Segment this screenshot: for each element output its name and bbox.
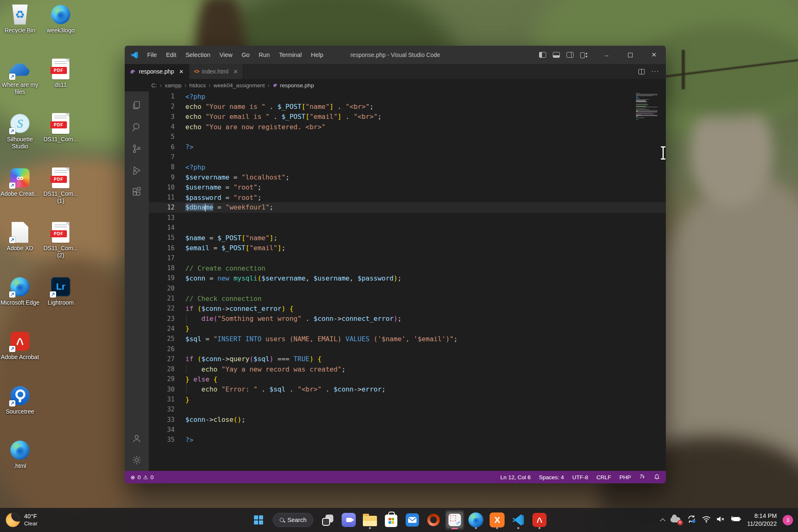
- desktop-icon-sourcetree[interactable]: Sourcetree: [0, 384, 40, 439]
- tab-close-icon[interactable]: ✕: [179, 69, 184, 75]
- code-line[interactable]: 34: [149, 425, 666, 435]
- code-line[interactable]: 15$name = $_POST["name"];: [149, 233, 666, 243]
- live-share-icon[interactable]: [639, 473, 645, 481]
- desktop-icon-week3logo[interactable]: week3logo: [41, 3, 81, 58]
- desktop-icon-adobe-acrobat[interactable]: Adobe Acrobat: [0, 330, 40, 384]
- menu-terminal[interactable]: Terminal: [274, 46, 306, 64]
- desktop-icon-adobe-creati[interactable]: ∞Adobe Creati...: [0, 167, 40, 221]
- code-line[interactable]: 9$servername = "localhost";: [149, 172, 666, 182]
- menu-selection[interactable]: Selection: [181, 46, 215, 64]
- code-line[interactable]: 25$sql = "INSERT INTO users (NAME, EMAIL…: [149, 334, 666, 344]
- volume-muted-icon[interactable]: [717, 516, 725, 524]
- code-line[interactable]: 11$password = "root";: [149, 192, 666, 202]
- more-actions-icon[interactable]: ···: [651, 68, 659, 75]
- notifications-bell-icon[interactable]: [654, 473, 660, 481]
- desktop-icon-silhouette-studio[interactable]: SSilhouette Studio: [0, 112, 40, 167]
- code-line[interactable]: 1<?php: [149, 91, 666, 101]
- code-line[interactable]: 30 echo "Error: " . $sql . "<br>" . $con…: [149, 384, 666, 394]
- menu-run[interactable]: Run: [254, 46, 275, 64]
- editor[interactable]: 1<?php2echo "Your name is " . $_POST["na…: [149, 91, 666, 471]
- vscode-button[interactable]: [509, 510, 528, 530]
- minimap[interactable]: [636, 93, 659, 120]
- breadcrumb-file[interactable]: response.php: [273, 82, 314, 89]
- task-view-button[interactable]: [318, 510, 337, 530]
- taskbar-search[interactable]: Search: [273, 513, 314, 527]
- desktop-icon-ds11-com-2[interactable]: PDFDS11_Com... (2): [41, 221, 81, 276]
- settings-gear-icon[interactable]: [127, 449, 147, 471]
- code-line[interactable]: 18// Create connection: [149, 263, 666, 273]
- cursor-position[interactable]: Ln 12, Col 6: [500, 474, 531, 480]
- office-button[interactable]: [424, 510, 443, 530]
- code-line[interactable]: 19$conn = new mysqli($servername, $usern…: [149, 273, 666, 283]
- tray-chevron-up-icon[interactable]: [660, 518, 665, 524]
- snipping-tool-button[interactable]: ✂: [445, 510, 464, 530]
- code-line[interactable]: 6?>: [149, 142, 666, 152]
- code-line[interactable]: 2echo "Your name is " . $_POST["name"] .…: [149, 101, 666, 111]
- menu-edit[interactable]: Edit: [161, 46, 181, 64]
- maximize-button[interactable]: [618, 46, 642, 64]
- split-editor-icon[interactable]: [638, 69, 645, 74]
- code-area[interactable]: 1<?php2echo "Your name is " . $_POST["na…: [149, 91, 666, 471]
- tab-index-html[interactable]: <> index.html ✕: [189, 64, 244, 79]
- language-mode[interactable]: PHP: [619, 474, 631, 480]
- desktop-icon-html[interactable]: .html: [0, 439, 40, 493]
- code-line[interactable]: 24}: [149, 324, 666, 334]
- explorer-icon[interactable]: [127, 95, 147, 116]
- encoding-setting[interactable]: UTF-8: [572, 474, 588, 480]
- toggle-panel-icon[interactable]: [553, 52, 560, 58]
- onedrive-error-icon[interactable]: ✕: [670, 516, 681, 524]
- code-line[interactable]: 20: [149, 283, 666, 293]
- wifi-icon[interactable]: [702, 516, 711, 525]
- search-icon[interactable]: [127, 116, 147, 138]
- code-line[interactable]: 21// Check connection: [149, 293, 666, 303]
- code-line[interactable]: 31}: [149, 394, 666, 404]
- code-line[interactable]: 5: [149, 132, 666, 142]
- customize-layout-icon[interactable]: [580, 52, 588, 58]
- mail-button[interactable]: [403, 510, 422, 530]
- code-line[interactable]: 32: [149, 404, 666, 414]
- code-line[interactable]: 14: [149, 223, 666, 233]
- battery-charging-icon[interactable]: [731, 516, 741, 524]
- run-debug-icon[interactable]: [127, 160, 147, 181]
- code-line[interactable]: 8<?php: [149, 162, 666, 172]
- code-line[interactable]: 4echo "You are now registered. <br>": [149, 122, 666, 132]
- toggle-secondary-sidebar-icon[interactable]: [566, 52, 574, 58]
- desktop-icon-adobe-xd[interactable]: Adobe XD: [0, 221, 40, 276]
- desktop-icon-ds11-com[interactable]: PDFDS11_Com...: [41, 112, 81, 167]
- edge-button[interactable]: [466, 510, 485, 530]
- breadcrumb-item[interactable]: htdocs: [189, 82, 206, 89]
- breadcrumb-item[interactable]: C:: [151, 82, 157, 89]
- minimize-button[interactable]: –: [595, 46, 618, 64]
- start-button[interactable]: [249, 510, 268, 530]
- code-line[interactable]: 3echo "Your email is " . $_POST["email"]…: [149, 112, 666, 122]
- code-line[interactable]: 22if ($conn->connect_error) {: [149, 303, 666, 313]
- code-line[interactable]: 27if ($conn->query($sql) === TRUE) {: [149, 354, 666, 364]
- desktop-icon-recycle-bin[interactable]: ♻Recycle Bin: [0, 3, 40, 58]
- account-icon[interactable]: [127, 428, 147, 449]
- source-control-icon[interactable]: [127, 138, 147, 160]
- code-line[interactable]: 26: [149, 344, 666, 354]
- extensions-icon[interactable]: [127, 181, 147, 203]
- code-line[interactable]: 33$conn->close();: [149, 415, 666, 425]
- chat-button[interactable]: [339, 510, 358, 530]
- breadcrumb-item[interactable]: week04_assignment: [214, 82, 265, 89]
- close-button[interactable]: ✕: [642, 46, 666, 64]
- title-bar[interactable]: File Edit Selection View Go Run Terminal…: [125, 46, 666, 64]
- code-line[interactable]: 12$dbname = "weekfour1";: [149, 202, 666, 212]
- code-line[interactable]: 35?>: [149, 435, 666, 445]
- weather-widget[interactable]: 40°F Clear: [6, 513, 37, 527]
- eol-setting[interactable]: CRLF: [596, 474, 611, 480]
- toggle-sidebar-icon[interactable]: [539, 52, 546, 58]
- code-line[interactable]: 29} else {: [149, 374, 666, 384]
- code-line[interactable]: 17: [149, 253, 666, 263]
- microsoft-store-button[interactable]: [382, 510, 401, 530]
- menu-file[interactable]: File: [143, 46, 161, 64]
- code-line[interactable]: 7: [149, 152, 666, 162]
- code-line[interactable]: 16$email = $_POST["email"];: [149, 243, 666, 253]
- code-line[interactable]: 10$username = "root";: [149, 182, 666, 192]
- menu-help[interactable]: Help: [306, 46, 328, 64]
- code-line[interactable]: 13: [149, 213, 666, 223]
- code-line[interactable]: 28 echo "Yay a new record was created";: [149, 364, 666, 374]
- tab-close-icon[interactable]: ✕: [234, 69, 238, 75]
- menu-go[interactable]: Go: [237, 46, 254, 64]
